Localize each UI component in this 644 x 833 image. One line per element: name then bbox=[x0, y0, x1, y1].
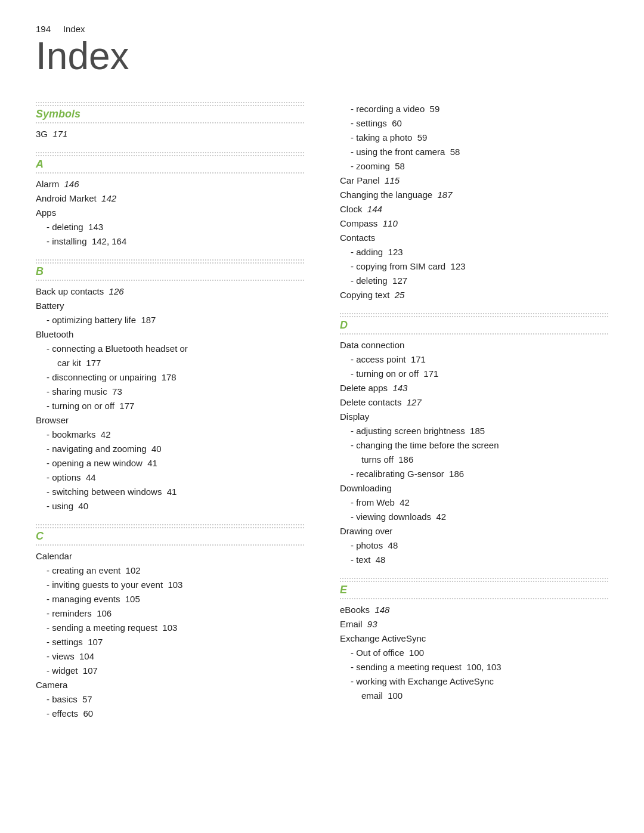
entry-camera: Camera bbox=[36, 678, 304, 692]
entry-calendar-managing: - managing events 105 bbox=[36, 592, 304, 606]
section-header-e: E bbox=[340, 581, 608, 599]
entry-camera-taking-photo: - taking a photo 59 bbox=[340, 131, 608, 145]
entry-browser-switching: - switching between windows 41 bbox=[36, 485, 304, 499]
entry-battery: Battery bbox=[36, 299, 304, 313]
entry-back-up-contacts: Back up contacts 126 bbox=[36, 284, 304, 299]
section-letter-a: A bbox=[36, 158, 44, 170]
entry-display: Display bbox=[340, 410, 608, 424]
section-letter-c: C bbox=[36, 530, 44, 542]
section-letter-symbols: Symbols bbox=[36, 108, 80, 120]
entry-delete-apps: Delete apps 143 bbox=[340, 381, 608, 395]
entry-contacts-copying-sim: - copying from SIM card 123 bbox=[340, 259, 608, 274]
entry-apps-installing: - installing 142, 164 bbox=[36, 234, 304, 249]
entry-downloading-viewing: - viewing downloads 42 bbox=[340, 510, 608, 524]
entry-delete-contacts: Delete contacts 127 bbox=[340, 395, 608, 410]
entry-exchange-out-of-office: - Out of office 100 bbox=[340, 646, 608, 660]
page-section-label: Index bbox=[63, 24, 85, 34]
section-header-a: A bbox=[36, 155, 304, 174]
entry-camera-basics: - basics 57 bbox=[36, 692, 304, 707]
section-b: B Back up contacts 126 Battery - optimiz… bbox=[36, 259, 304, 513]
page-number-bar: 194 Index bbox=[36, 24, 608, 34]
main-columns: Symbols 3G 171 A Alarm 146 Android Marke… bbox=[36, 102, 608, 732]
entry-display-turns-off: turns off 186 bbox=[340, 453, 608, 467]
entry-camera-recording: - recording a video 59 bbox=[340, 102, 608, 116]
section-symbols: Symbols 3G 171 bbox=[36, 102, 304, 141]
entry-calendar-views: - views 104 bbox=[36, 649, 304, 664]
section-e: E eBooks 148 Email 93 Exchange ActiveSyn… bbox=[340, 578, 608, 703]
entry-calendar-creating: - creating an event 102 bbox=[36, 563, 304, 578]
entry-browser: Browser bbox=[36, 413, 304, 428]
entry-bluetooth: Bluetooth bbox=[36, 327, 304, 342]
section-camera-continued: - recording a video 59 - settings 60 - t… bbox=[340, 102, 608, 302]
entry-contacts-adding: - adding 123 bbox=[340, 245, 608, 259]
entry-exchange-working: - working with Exchange ActiveSync bbox=[340, 674, 608, 689]
entry-calendar-inviting: - inviting guests to your event 103 bbox=[36, 578, 304, 592]
entry-apps-deleting: - deleting 143 bbox=[36, 220, 304, 234]
entry-downloading-from-web: - from Web 42 bbox=[340, 496, 608, 510]
section-header-d: D bbox=[340, 316, 608, 335]
page-heading: Index bbox=[36, 34, 608, 78]
entry-display-time-before-off: - changing the time before the screen bbox=[340, 438, 608, 453]
entry-alarm: Alarm 146 bbox=[36, 177, 304, 191]
entry-browser-options: - options 44 bbox=[36, 470, 304, 485]
section-header-c: C bbox=[36, 527, 304, 546]
entry-compass: Compass 110 bbox=[340, 216, 608, 231]
section-header-b: B bbox=[36, 262, 304, 281]
entry-android-market: Android Market 142 bbox=[36, 191, 304, 206]
section-d: D Data connection - access point 171 - t… bbox=[340, 313, 608, 567]
entry-bluetooth-car-kit: car kit 177 bbox=[36, 356, 304, 370]
section-letter-e: E bbox=[340, 584, 347, 596]
entry-calendar-widget: - widget 107 bbox=[36, 664, 304, 678]
section-header-symbols: Symbols bbox=[36, 105, 304, 123]
entry-bluetooth-disconnecting: - disconnecting or unpairing 178 bbox=[36, 370, 304, 385]
entry-data-access-point: - access point 171 bbox=[340, 352, 608, 367]
entry-copying-text: Copying text 25 bbox=[340, 288, 608, 302]
entry-bluetooth-sharing-music: - sharing music 73 bbox=[36, 385, 304, 399]
entry-calendar-meeting-request: - sending a meeting request 103 bbox=[36, 621, 304, 635]
entry-display-brightness: - adjusting screen brightness 185 bbox=[340, 424, 608, 438]
entry-drawing-over: Drawing over bbox=[340, 524, 608, 538]
entry-changing-language: Changing the language 187 bbox=[340, 188, 608, 202]
entry-drawing-text: - text 48 bbox=[340, 553, 608, 567]
entry-browser-new-window: - opening a new window 41 bbox=[36, 456, 304, 470]
entry-data-connection: Data connection bbox=[340, 338, 608, 352]
entry-exchange-activesync: Exchange ActiveSync bbox=[340, 631, 608, 646]
entry-calendar-reminders: - reminders 106 bbox=[36, 606, 304, 621]
entry-calendar: Calendar bbox=[36, 549, 304, 563]
section-a: A Alarm 146 Android Market 142 Apps - de… bbox=[36, 152, 304, 249]
section-letter-b: B bbox=[36, 265, 44, 277]
entry-contacts-deleting: - deleting 127 bbox=[340, 274, 608, 288]
entry-apps: Apps bbox=[36, 206, 304, 220]
entry-drawing-photos: - photos 48 bbox=[340, 538, 608, 553]
entry-browser-bookmarks: - bookmarks 42 bbox=[36, 428, 304, 442]
entry-calendar-settings: - settings 107 bbox=[36, 635, 304, 649]
entry-email: Email 93 bbox=[340, 617, 608, 631]
entry-camera-front-camera: - using the front camera 58 bbox=[340, 145, 608, 159]
entry-exchange-meeting-request: - sending a meeting request 100, 103 bbox=[340, 660, 608, 674]
left-column: Symbols 3G 171 A Alarm 146 Android Marke… bbox=[36, 102, 304, 732]
entry-camera-effects: - effects 60 bbox=[36, 707, 304, 721]
entry-clock: Clock 144 bbox=[340, 202, 608, 216]
entry-camera-zooming: - zooming 58 bbox=[340, 159, 608, 174]
entry-browser-navigating: - navigating and zooming 40 bbox=[36, 442, 304, 456]
entry-3g: 3G 171 bbox=[36, 127, 304, 141]
entry-contacts: Contacts bbox=[340, 231, 608, 245]
entry-bluetooth-connecting: - connecting a Bluetooth headset or bbox=[36, 342, 304, 356]
entry-car-panel: Car Panel 115 bbox=[340, 174, 608, 188]
entry-camera-settings: - settings 60 bbox=[340, 116, 608, 131]
entry-ebooks: eBooks 148 bbox=[340, 603, 608, 617]
entry-display-g-sensor: - recalibrating G-sensor 186 bbox=[340, 467, 608, 481]
entry-browser-using: - using 40 bbox=[36, 499, 304, 513]
section-c: C Calendar - creating an event 102 - inv… bbox=[36, 524, 304, 721]
section-letter-d: D bbox=[340, 319, 348, 331]
entry-bluetooth-turning-on-off: - turning on or off 177 bbox=[36, 399, 304, 413]
entry-downloading: Downloading bbox=[340, 481, 608, 496]
entry-battery-optimizing: - optimizing battery life 187 bbox=[36, 313, 304, 327]
right-column: - recording a video 59 - settings 60 - t… bbox=[340, 102, 608, 714]
entry-data-turning-on-off: - turning on or off 171 bbox=[340, 367, 608, 381]
entry-exchange-email: email 100 bbox=[340, 689, 608, 703]
page-number: 194 bbox=[36, 24, 51, 34]
